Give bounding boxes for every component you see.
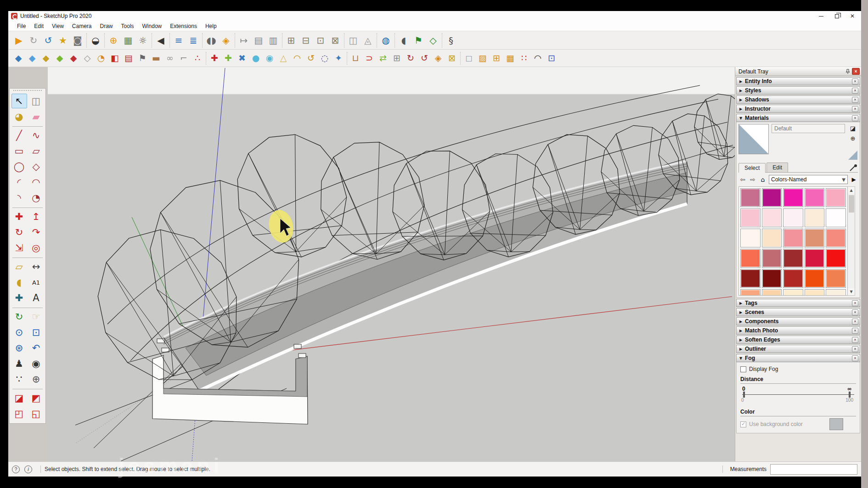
flag-tool-icon[interactable]: ⚑: [135, 52, 149, 65]
zoom-tool[interactable]: ⊙: [11, 325, 27, 340]
grid-hatch-icon[interactable]: ▨: [476, 52, 490, 65]
color-swatch-9[interactable]: [826, 208, 846, 227]
close-button[interactable]: ✕: [845, 11, 860, 21]
display-fog-checkbox[interactable]: [740, 366, 746, 372]
section-header-outliner[interactable]: ▶Outliner×: [736, 345, 860, 353]
menu-window[interactable]: Window: [138, 22, 166, 30]
panorama-alt-icon[interactable]: ◬: [361, 33, 375, 48]
forward-arrow-icon[interactable]: ⇨: [749, 176, 757, 183]
color-swatch-20[interactable]: [740, 269, 761, 288]
path-points-icon[interactable]: ∴: [191, 52, 204, 65]
color-swatch-16[interactable]: [762, 249, 782, 268]
color-swatch-11[interactable]: [762, 229, 782, 247]
stamp-icon[interactable]: ◆: [53, 52, 67, 65]
color-swatch-3[interactable]: [805, 188, 825, 207]
wood-box-icon[interactable]: ▬: [149, 52, 163, 65]
two-point-arc-tool[interactable]: ◠: [28, 175, 44, 190]
section-close-button[interactable]: ×: [852, 97, 858, 103]
section-close-button[interactable]: ×: [852, 115, 858, 121]
cone-icon[interactable]: △: [276, 52, 290, 65]
tab-edit[interactable]: Edit: [767, 163, 788, 172]
circle-tool[interactable]: ◯: [11, 159, 27, 174]
orbit-tool[interactable]: ↻: [11, 309, 27, 324]
green-arrows-icon[interactable]: ⇄: [376, 52, 390, 65]
smoove-icon[interactable]: ◆: [39, 52, 53, 65]
wire-cube-icon[interactable]: ◻: [462, 52, 476, 65]
cross-green-icon[interactable]: ✚: [221, 52, 235, 65]
offset-tool[interactable]: ◎: [28, 241, 44, 255]
restore-button[interactable]: [829, 11, 845, 21]
paint-bucket-tool[interactable]: ◕: [11, 109, 27, 124]
component-crate-icon[interactable]: ▦: [121, 33, 135, 48]
color-swatch-4[interactable]: [826, 188, 846, 207]
hook-icon[interactable]: ◠: [290, 52, 304, 65]
section-close-button[interactable]: ×: [852, 319, 858, 325]
color-swatch-12[interactable]: [783, 229, 803, 247]
pan-tool[interactable]: ☞: [28, 309, 44, 324]
bent-pipe-icon[interactable]: ⌐: [177, 52, 191, 65]
layout-panel-icon[interactable]: ⊞: [284, 33, 299, 48]
gem-icon[interactable]: ◇: [426, 33, 440, 48]
box-copy-icon[interactable]: ⊞: [390, 52, 404, 65]
section-header-components[interactable]: ▶Components×: [736, 317, 860, 325]
grid-3x3-icon[interactable]: ▦: [503, 52, 517, 65]
rotate-tool[interactable]: ↻: [11, 225, 27, 240]
drape-icon[interactable]: ◆: [67, 52, 80, 65]
fog-color-swatch[interactable]: [829, 418, 843, 430]
color-swatch-0[interactable]: [740, 188, 761, 207]
dashed-circle-icon[interactable]: ◌: [318, 52, 332, 65]
measurements-input[interactable]: [770, 464, 857, 475]
look-around-tool[interactable]: ◉: [28, 356, 44, 371]
tape-measure-tool[interactable]: ▱: [11, 259, 27, 274]
color-swatch-24[interactable]: [826, 269, 846, 288]
section-close-button[interactable]: ×: [852, 328, 858, 334]
section-header-styles[interactable]: ▶Styles×: [736, 86, 860, 95]
section-close-button[interactable]: ×: [852, 106, 858, 112]
hook-double-icon[interactable]: ↺: [304, 52, 318, 65]
menu-tools[interactable]: Tools: [117, 22, 138, 30]
three-point-arc-tool[interactable]: ◝: [11, 191, 27, 205]
globe-icon[interactable]: ◍: [378, 33, 393, 48]
refresh-model-icon[interactable]: ↻: [26, 33, 41, 48]
waterdrop-count-icon[interactable]: ◉: [263, 52, 276, 65]
export-web-icon[interactable]: ▥: [266, 33, 281, 48]
section-header-scenes[interactable]: ▶Scenes×: [736, 308, 860, 316]
section-header-shadows[interactable]: ▶Shadows×: [736, 95, 860, 104]
home-icon[interactable]: ⌂: [759, 176, 767, 183]
section-plane-tool[interactable]: ⊕: [28, 372, 44, 387]
grid-2x2-icon[interactable]: ⊞: [490, 52, 503, 65]
cross-red-icon[interactable]: ✚: [208, 52, 221, 65]
select-tool[interactable]: ↖: [11, 94, 27, 108]
shell-icon[interactable]: ◖: [396, 33, 411, 48]
material-preview[interactable]: [738, 124, 769, 154]
3d-text-tool[interactable]: A: [28, 291, 44, 305]
tab-select[interactable]: Select: [738, 163, 766, 173]
model-viewport[interactable]: [48, 67, 735, 461]
previous-view-tool[interactable]: ↶: [28, 341, 44, 355]
walk-tool[interactable]: ∵: [11, 372, 27, 387]
section-header-instructor[interactable]: ▶Instructor×: [736, 105, 860, 113]
section-close-button[interactable]: ×: [852, 309, 858, 315]
menu-edit[interactable]: Edit: [30, 22, 48, 30]
slider-track[interactable]: [742, 394, 854, 395]
star-arrows-icon[interactable]: ✦: [332, 52, 345, 65]
minimize-button[interactable]: [813, 11, 829, 21]
freehand-tool[interactable]: ∿: [28, 128, 44, 143]
menu-camera[interactable]: Camera: [68, 22, 96, 30]
box-rotate-icon[interactable]: ↻: [404, 52, 417, 65]
color-swatch-2[interactable]: [783, 188, 803, 207]
section-fill-tool[interactable]: ◰: [11, 406, 27, 421]
gray-pair-icon[interactable]: ∞: [163, 52, 177, 65]
scrollbar-thumb[interactable]: [849, 195, 854, 213]
scroll-down-icon[interactable]: ▼: [848, 288, 855, 295]
color-swatch-23[interactable]: [805, 269, 825, 288]
fog-distance-slider[interactable]: 0 ∞ 0 100: [741, 386, 855, 404]
color-swatch-5[interactable]: [740, 208, 761, 227]
layout-open-icon[interactable]: ⊟: [299, 33, 313, 48]
box-rotate-ccw-icon[interactable]: ↺: [417, 52, 431, 65]
spring-icon[interactable]: §: [444, 33, 458, 48]
sandbox-contours-icon[interactable]: ◆: [11, 52, 25, 65]
section-close-button[interactable]: ×: [852, 88, 858, 94]
section-header-match-photo[interactable]: ▶Match Photo×: [736, 326, 860, 335]
layout-save-icon[interactable]: ⊡: [313, 33, 328, 48]
